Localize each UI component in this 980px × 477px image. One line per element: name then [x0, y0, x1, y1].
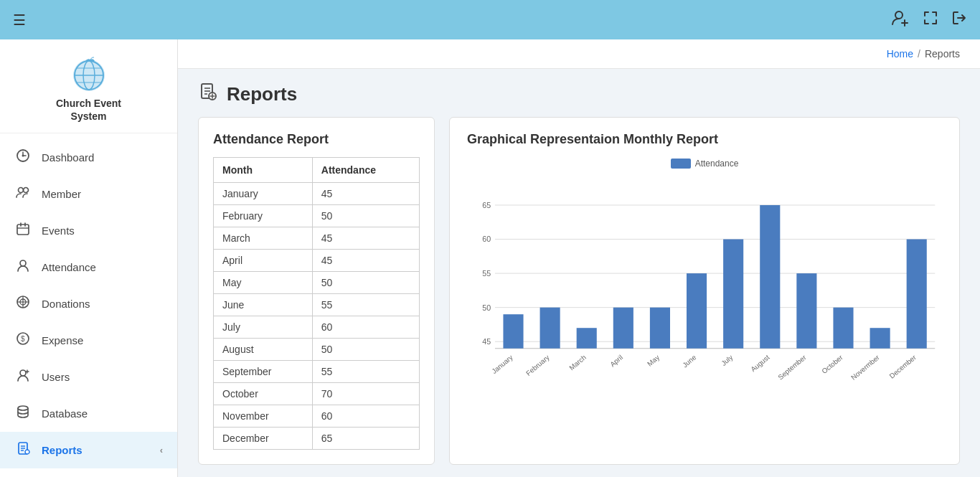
breadcrumb-home[interactable]: Home	[887, 48, 913, 60]
svg-text:55: 55	[482, 269, 491, 278]
member-icon	[14, 185, 32, 203]
content-area: Attendance Report Month Attendance Janua…	[178, 117, 980, 477]
sidebar-item-donations[interactable]: Donations	[0, 285, 177, 322]
legend-color-box	[671, 159, 691, 169]
svg-point-32	[25, 450, 29, 454]
table-row: March45	[214, 227, 420, 250]
month-cell: December	[214, 428, 313, 450]
table-row: June55	[214, 294, 420, 316]
svg-text:45: 45	[482, 337, 491, 346]
svg-point-12	[24, 188, 29, 193]
bar	[613, 308, 633, 349]
user-icon[interactable]	[891, 9, 910, 32]
attendance-cell: 55	[312, 361, 419, 383]
sidebar-label-events: Events	[42, 225, 75, 237]
legend-label: Attendance	[695, 159, 739, 169]
svg-point-17	[20, 260, 26, 266]
attendance-cell: 50	[312, 339, 419, 361]
attendance-cell: 50	[312, 205, 419, 227]
sidebar-item-events[interactable]: Events	[0, 212, 177, 249]
attendance-cell: 45	[312, 183, 419, 205]
bar	[540, 308, 560, 349]
logout-icon[interactable]	[951, 10, 967, 30]
sidebar-item-database[interactable]: Database	[0, 395, 177, 432]
sidebar-label-member: Member	[42, 188, 81, 200]
reports-icon	[14, 441, 32, 459]
month-cell: March	[214, 227, 313, 250]
sidebar-label-dashboard: Dashboard	[42, 151, 94, 164]
sidebar-label-database: Database	[42, 407, 88, 420]
svg-point-10	[22, 155, 24, 157]
attendance-cell: 45	[312, 250, 419, 272]
month-cell: October	[214, 383, 313, 405]
attendance-cell: 65	[312, 428, 419, 450]
svg-text:50: 50	[482, 303, 491, 312]
x-label: March	[567, 353, 588, 372]
breadcrumb-separator: /	[918, 48, 920, 60]
month-cell: February	[214, 205, 313, 227]
svg-point-0	[895, 11, 903, 19]
table-row: April45	[214, 250, 420, 272]
month-cell: September	[214, 361, 313, 383]
col-attendance: Attendance	[312, 158, 419, 183]
topbar-right	[891, 9, 967, 32]
sidebar-item-attendance[interactable]: Attendance	[0, 249, 177, 285]
x-label: January	[490, 353, 514, 375]
svg-point-27	[18, 406, 28, 410]
events-icon	[14, 222, 32, 240]
main-content: Home / Reports Reports Attendance Report…	[178, 39, 980, 477]
month-cell: May	[214, 272, 313, 294]
dashboard-icon	[14, 148, 32, 166]
svg-point-24	[20, 370, 26, 376]
hamburger-icon[interactable]: ☰	[13, 11, 26, 29]
x-label: February	[524, 353, 551, 377]
attendance-cell: 50	[312, 272, 419, 294]
chart-legend: Attendance	[467, 159, 942, 169]
fullscreen-icon[interactable]	[923, 10, 938, 30]
attendance-cell: 55	[312, 294, 419, 316]
table-row: May50	[214, 272, 420, 294]
table-row: November60	[214, 405, 420, 428]
x-label: September	[776, 353, 808, 381]
breadcrumb: Home / Reports	[178, 39, 980, 69]
x-label: April	[608, 353, 624, 368]
month-cell: June	[214, 294, 313, 316]
svg-point-11	[19, 188, 24, 193]
bar	[796, 273, 816, 349]
month-cell: April	[214, 250, 313, 272]
svg-rect-13	[17, 225, 29, 235]
svg-text:65: 65	[482, 201, 491, 209]
page-header-icon	[198, 82, 218, 107]
sidebar-item-dashboard[interactable]: Dashboard	[0, 139, 177, 176]
x-label: Novermber	[849, 353, 881, 382]
sidebar-item-users[interactable]: Users	[0, 359, 177, 395]
table-row: August50	[214, 339, 420, 361]
bar	[687, 273, 707, 349]
bar	[760, 205, 780, 349]
month-cell: January	[214, 183, 313, 205]
topbar: ☰	[0, 0, 980, 39]
sidebar-label-users: Users	[42, 371, 70, 383]
sidebar-item-member[interactable]: Member	[0, 176, 177, 212]
donations-icon	[14, 295, 32, 313]
bar	[907, 240, 927, 349]
col-month: Month	[214, 158, 313, 183]
table-row: September55	[214, 361, 420, 383]
bar	[870, 328, 890, 349]
sidebar-item-expense[interactable]: $ Expense	[0, 322, 177, 359]
topbar-left: ☰	[13, 11, 26, 29]
attendance-cell: 60	[312, 405, 419, 428]
attendance-icon	[14, 258, 32, 276]
breadcrumb-current: Reports	[925, 48, 960, 60]
attendance-table: Month Attendance January45February50Marc…	[213, 157, 420, 450]
sidebar-item-reports[interactable]: Reports ‹	[0, 432, 177, 468]
layout: Church EventSystem Dashboard Member	[0, 39, 980, 477]
attendance-report-title: Attendance Report	[213, 132, 420, 147]
month-cell: August	[214, 339, 313, 361]
chart-card: Graphical Representaion Monthly Report A…	[449, 117, 960, 465]
x-label: July	[720, 353, 734, 367]
attendance-cell: 60	[312, 316, 419, 339]
sidebar-label-reports: Reports	[42, 444, 83, 456]
x-label: October	[820, 353, 844, 375]
month-cell: November	[214, 405, 313, 428]
